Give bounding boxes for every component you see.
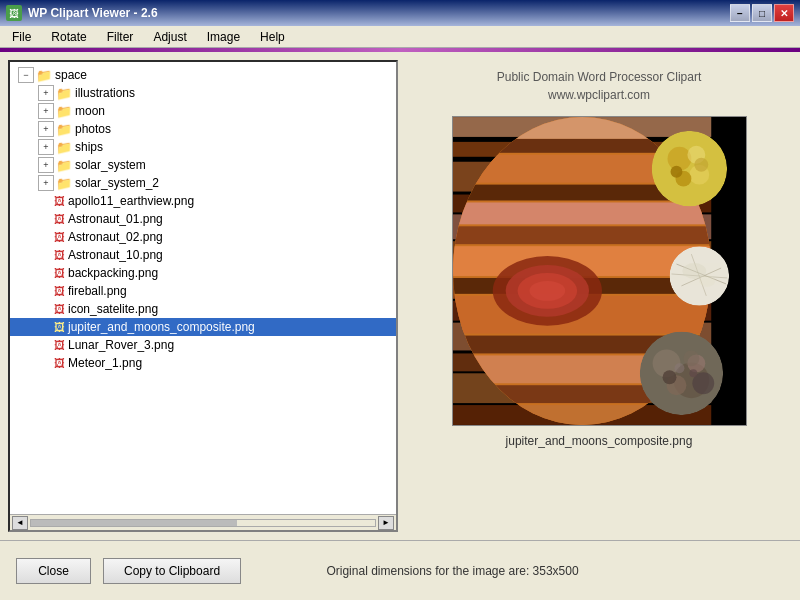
expand-photos[interactable]: + <box>38 121 54 137</box>
tree-item-backpacking[interactable]: 🖼 backpacking.png <box>10 264 396 282</box>
preview-filename: jupiter_and_moons_composite.png <box>506 434 693 448</box>
label-astronaut01: Astronaut_01.png <box>68 212 163 226</box>
tree-item-astronaut02[interactable]: 🖼 Astronaut_02.png <box>10 228 396 246</box>
menu-adjust[interactable]: Adjust <box>145 28 194 46</box>
folder-icon-solar-system-2: 📁 <box>56 176 72 191</box>
file-icon-fireball: 🖼 <box>54 285 65 297</box>
label-backpacking: backpacking.png <box>68 266 158 280</box>
watermark-line2: www.wpclipart.com <box>497 86 702 104</box>
svg-point-64 <box>689 369 697 377</box>
tree-item-apollo11[interactable]: 🖼 apollo11_earthview.png <box>10 192 396 210</box>
folder-icon-moon: 📁 <box>56 104 72 119</box>
svg-point-60 <box>662 370 676 384</box>
svg-point-61 <box>683 350 699 366</box>
tree-item-icon-satelite[interactable]: 🖼 icon_satelite.png <box>10 300 396 318</box>
scroll-left-btn[interactable]: ◄ <box>12 516 28 530</box>
expand-solar-system[interactable]: + <box>38 157 54 173</box>
h-scrollbar-thumb <box>31 520 237 526</box>
copy-clipboard-button[interactable]: Copy to Clipboard <box>103 558 241 584</box>
minimize-button[interactable]: − <box>730 4 750 22</box>
file-icon-meteor: 🖼 <box>54 357 65 369</box>
tree-item-space[interactable]: − 📁 space <box>10 66 396 84</box>
label-illustrations: illustrations <box>75 86 135 100</box>
h-scrollbar-track <box>30 519 376 527</box>
tree-item-lunar-rover[interactable]: 🖼 Lunar_Rover_3.png <box>10 336 396 354</box>
label-astronaut10: Astronaut_10.png <box>68 248 163 262</box>
folder-icon-ships: 📁 <box>56 140 72 155</box>
label-solar-system: solar_system <box>75 158 146 172</box>
window-controls: − □ ✕ <box>730 4 794 22</box>
svg-point-39 <box>529 281 565 301</box>
folder-icon-space: 📁 <box>36 68 52 83</box>
label-icon-satelite: icon_satelite.png <box>68 302 158 316</box>
tree-item-photos[interactable]: + 📁 photos <box>10 120 396 138</box>
file-icon-astronaut01: 🖼 <box>54 213 65 225</box>
file-icon-satelite: 🖼 <box>54 303 65 315</box>
expand-moon[interactable]: + <box>38 103 54 119</box>
menu-rotate[interactable]: Rotate <box>43 28 94 46</box>
tree-item-meteor[interactable]: 🖼 Meteor_1.png <box>10 354 396 372</box>
label-meteor: Meteor_1.png <box>68 356 142 370</box>
label-ships: ships <box>75 140 103 154</box>
tree-item-solar-system-2[interactable]: + 📁 solar_system_2 <box>10 174 396 192</box>
dimensions-value: 353x500 <box>533 564 579 578</box>
title-bar-left: 🖼 WP Clipart Viewer - 2.6 <box>6 5 158 21</box>
tree-scroll[interactable]: − 📁 space + 📁 illustrations + 📁 moon + 📁… <box>10 62 396 514</box>
svg-point-63 <box>674 363 684 373</box>
label-solar-system-2: solar_system_2 <box>75 176 159 190</box>
expand-ships[interactable]: + <box>38 139 54 155</box>
close-window-button[interactable]: ✕ <box>774 4 794 22</box>
dimensions-label: Original dimensions for the image are: <box>326 564 529 578</box>
file-icon-backpacking: 🖼 <box>54 267 65 279</box>
tree-item-solar-system[interactable]: + 📁 solar_system <box>10 156 396 174</box>
maximize-button[interactable]: □ <box>752 4 772 22</box>
label-jupiter-moons: jupiter_and_moons_composite.png <box>68 320 255 334</box>
expand-space[interactable]: − <box>18 67 34 83</box>
label-apollo11: apollo11_earthview.png <box>68 194 194 208</box>
menu-filter[interactable]: Filter <box>99 28 142 46</box>
label-photos: photos <box>75 122 111 136</box>
bottom-bar: Close Copy to Clipboard Original dimensi… <box>0 540 800 600</box>
svg-point-46 <box>694 158 708 172</box>
tree-item-moon[interactable]: + 📁 moon <box>10 102 396 120</box>
file-icon-astronaut10: 🖼 <box>54 249 65 261</box>
label-fireball: fireball.png <box>68 284 127 298</box>
watermark-line1: Public Domain Word Processor Clipart <box>497 68 702 86</box>
file-icon-apollo11: 🖼 <box>54 195 65 207</box>
menu-bar: File Rotate Filter Adjust Image Help <box>0 26 800 48</box>
menu-help[interactable]: Help <box>252 28 293 46</box>
folder-icon-photos: 📁 <box>56 122 72 137</box>
tree-item-astronaut01[interactable]: 🖼 Astronaut_01.png <box>10 210 396 228</box>
svg-point-40 <box>651 131 726 206</box>
menu-file[interactable]: File <box>4 28 39 46</box>
folder-icon-solar-system: 📁 <box>56 158 72 173</box>
file-icon-jupiter-moons: 🖼 <box>54 321 65 333</box>
svg-point-54 <box>699 275 715 287</box>
svg-point-45 <box>670 166 682 178</box>
right-panel: Public Domain Word Processor Clipart www… <box>406 60 792 532</box>
window-title: WP Clipart Viewer - 2.6 <box>28 6 158 20</box>
app-icon: 🖼 <box>6 5 22 21</box>
file-icon-astronaut02: 🖼 <box>54 231 65 243</box>
label-lunar-rover: Lunar_Rover_3.png <box>68 338 174 352</box>
file-icon-lunar-rover: 🖼 <box>54 339 65 351</box>
tree-item-fireball[interactable]: 🖼 fireball.png <box>10 282 396 300</box>
label-astronaut02: Astronaut_02.png <box>68 230 163 244</box>
title-bar: 🖼 WP Clipart Viewer - 2.6 − □ ✕ <box>0 0 800 26</box>
h-scrollbar[interactable]: ◄ ► <box>10 514 396 530</box>
expand-solar-system-2[interactable]: + <box>38 175 54 191</box>
dimensions-status: Original dimensions for the image are: 3… <box>257 564 648 578</box>
tree-item-jupiter-moons[interactable]: 🖼 jupiter_and_moons_composite.png <box>10 318 396 336</box>
bottom-buttons: Close Copy to Clipboard <box>16 558 241 584</box>
tree-item-illustrations[interactable]: + 📁 illustrations <box>10 84 396 102</box>
close-button[interactable]: Close <box>16 558 91 584</box>
folder-icon-illustrations: 📁 <box>56 86 72 101</box>
watermark: Public Domain Word Processor Clipart www… <box>497 68 702 104</box>
jupiter-svg <box>453 116 746 426</box>
menu-image[interactable]: Image <box>199 28 248 46</box>
image-preview <box>452 116 747 426</box>
tree-item-astronaut10[interactable]: 🖼 Astronaut_10.png <box>10 246 396 264</box>
scroll-right-btn[interactable]: ► <box>378 516 394 530</box>
tree-item-ships[interactable]: + 📁 ships <box>10 138 396 156</box>
expand-illustrations[interactable]: + <box>38 85 54 101</box>
